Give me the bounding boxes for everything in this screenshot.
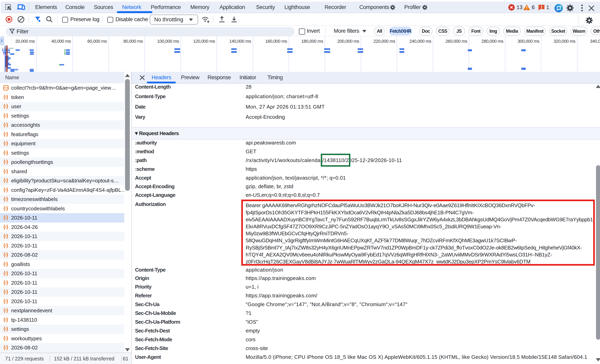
svg-text:1: 1 xyxy=(546,4,549,10)
svg-text:13: 13 xyxy=(516,4,523,10)
svg-text:6: 6 xyxy=(532,4,535,10)
